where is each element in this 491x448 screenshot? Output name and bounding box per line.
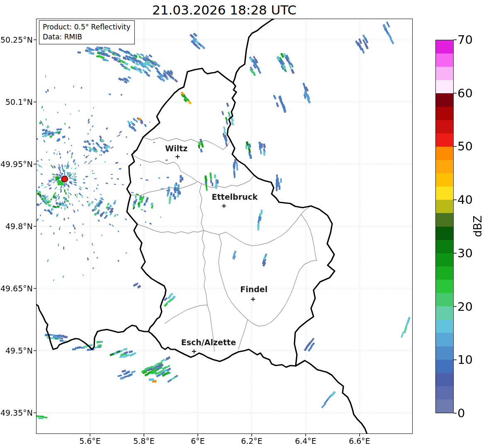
reflectivity-colorbar: [435, 40, 454, 413]
lat-tick-label: 49.5°N: [0, 346, 33, 356]
colorbar-tick-label: 20: [457, 300, 473, 314]
colorbar-segment: [436, 120, 453, 133]
colorbar-segment: [436, 93, 453, 107]
lon-tick-label: 5.8°E: [125, 436, 163, 446]
page-title: 21.03.2026 18:28 UTC: [36, 2, 413, 17]
country-border: [233, 19, 274, 83]
colorbar-tick-label: 40: [457, 193, 473, 207]
colorbar-segment: [436, 400, 453, 413]
colorbar-segment: [436, 306, 453, 320]
lat-tick-label: 50.1°N: [0, 97, 33, 107]
data-source-line: Data: RMIB: [43, 32, 131, 42]
lat-tick-label: 49.35°N: [0, 408, 33, 418]
colorbar-segment: [436, 107, 453, 120]
country-border: [36, 304, 148, 349]
lon-tick-label: 6.2°E: [233, 436, 270, 446]
colorbar-segment: [436, 213, 453, 226]
colorbar-tick-label: 10: [457, 353, 473, 367]
colorbar-segment: [436, 253, 453, 266]
product-info-box: Product: 0.5° Reflectivity Data: RMIB: [39, 20, 135, 44]
colorbar-tick-label: 0: [457, 406, 465, 420]
radar-image: 21.03.2026 18:28 UTC WiltzEttelbruckFind…: [0, 0, 491, 448]
city-marker: [251, 297, 255, 301]
colorbar-tick-label: 30: [457, 246, 473, 260]
colorbar-segment: [436, 386, 453, 400]
colorbar-segment: [436, 173, 453, 186]
colorbar-segment: [436, 147, 453, 160]
city-label: Ettelbruck: [212, 192, 258, 201]
colorbar-tick-label: 50: [457, 139, 473, 153]
city-label: Wiltz: [165, 144, 187, 153]
colorbar-segment: [436, 80, 453, 93]
colorbar-segment: [436, 280, 453, 293]
colorbar-segment: [436, 67, 453, 80]
colorbar-segment: [436, 373, 453, 386]
city-marker: [175, 155, 180, 159]
map-plot-area: WiltzEttelbruckFindelEsch/Alzette Produc…: [36, 19, 413, 434]
city-label: Esch/Alzette: [181, 338, 236, 347]
colorbar-segment: [436, 266, 453, 280]
colorbar-segment: [436, 333, 453, 346]
colorbar-segment: [436, 293, 453, 306]
lat-tick-label: 49.95°N: [0, 159, 33, 169]
colorbar-segment: [436, 186, 453, 200]
radar-site-dot: [61, 176, 68, 182]
colorbar-segment: [436, 346, 453, 360]
colorbar-segment: [436, 53, 453, 67]
product-line: Product: 0.5° Reflectivity: [43, 22, 131, 32]
lon-tick-label: 6.4°E: [287, 436, 324, 446]
country-border: [296, 361, 367, 434]
colorbar-unit-label: dBZ: [472, 216, 484, 237]
lon-tick-label: 5.6°E: [71, 436, 109, 446]
lat-tick-label: 50.25°N: [0, 35, 33, 45]
lat-tick-label: 49.65°N: [0, 283, 33, 293]
colorbar-segment: [436, 40, 453, 53]
colorbar-segment: [436, 360, 453, 373]
colorbar-segment: [436, 200, 453, 213]
colorbar-tick-label: 60: [457, 86, 473, 100]
lon-tick-label: 6°E: [179, 436, 216, 446]
city-marker: [222, 204, 226, 208]
colorbar-segment: [436, 133, 453, 147]
city-marker: [192, 349, 196, 354]
lat-tick-label: 49.8°N: [0, 221, 33, 231]
city-label: Findel: [240, 285, 267, 294]
colorbar-segment: [436, 160, 453, 173]
country-border: [127, 68, 335, 367]
colorbar-segment: [436, 320, 453, 333]
lon-tick-label: 6.6°E: [341, 436, 378, 446]
border-and-city-layer: WiltzEttelbruckFindelEsch/Alzette: [36, 19, 413, 434]
colorbar-segment: [436, 227, 453, 240]
colorbar-segment: [436, 240, 453, 253]
colorbar-tick-label: 70: [457, 33, 473, 47]
